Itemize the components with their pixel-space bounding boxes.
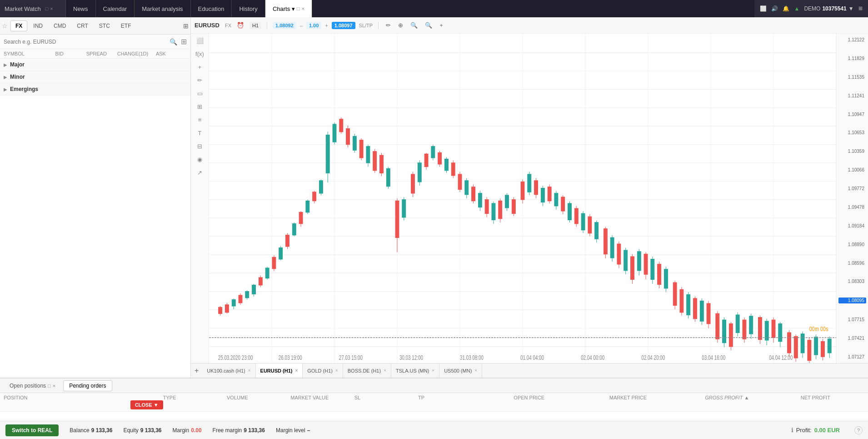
svg-rect-34 (239, 295, 242, 303)
chart-pencil-icon[interactable]: ✏ (384, 21, 393, 30)
tab-calendar[interactable]: Calendar (96, 0, 135, 17)
grid-view-icon[interactable]: ⊞ (183, 22, 189, 30)
svg-rect-180 (743, 320, 746, 339)
tool-plus-icon[interactable]: + (198, 64, 202, 71)
symbol-tab-tsla[interactable]: TSLA.US (MN) × (391, 363, 439, 378)
close-boss-tab-icon[interactable]: × (384, 368, 386, 373)
chart-zoom-in-icon[interactable]: 🔍 (423, 21, 434, 30)
tab-fx[interactable]: FX (10, 20, 27, 31)
svg-rect-134 (581, 213, 585, 230)
close-all-button[interactable]: CLOSE ▼ (130, 400, 163, 409)
svg-rect-80 (395, 201, 399, 238)
svg-rect-160 (673, 283, 677, 305)
chart-canvas-wrapper: ⬜ f(x) + ✏ ▭ ⊞ ≡ T ⊟ ◉ ↗ (191, 34, 868, 363)
hamburger-menu-icon[interactable]: ≡ (858, 5, 863, 13)
tab-market-analysis[interactable]: Market analysis (135, 0, 190, 17)
col-type: TYPE (163, 395, 227, 400)
symbol-tab-boss[interactable]: BOSS.DE (H1) × (343, 363, 391, 378)
tab-ind[interactable]: IND (28, 20, 48, 31)
tab-charts[interactable]: Charts ▾ □ × (265, 0, 312, 17)
symbol-tab-us500[interactable]: US500 (MN) × (439, 363, 482, 378)
emergings-chevron-icon: ▶ (4, 87, 7, 92)
symbol-tab-eurusd[interactable]: EURUSD (H1) × (256, 363, 303, 378)
svg-text:30.03 12:00: 30.03 12:00 (399, 354, 423, 361)
add-chart-tab-button[interactable]: + (191, 367, 202, 375)
positions-close-icon[interactable]: × (53, 383, 55, 389)
col-gross-profit: GROSS PROFIT ▲ (705, 395, 800, 400)
price-scale: 1.12122 1.11829 1.11535 1.11241 1.10947 … (836, 34, 868, 363)
market-watch-minimize-icon[interactable]: □ (45, 6, 49, 11)
symbol-tab-uk100[interactable]: UK100.cash (H1) × (202, 363, 255, 378)
chart-main-area[interactable]: 00m 00s 25.03.2020 23:00 26.03 19:00 27.… (209, 34, 836, 363)
close-gold-tab-icon[interactable]: × (335, 368, 338, 373)
market-watch-close-icon[interactable]: × (50, 6, 53, 11)
svg-rect-78 (386, 169, 390, 187)
svg-rect-176 (729, 324, 733, 347)
price-level-13: 1.08596 (838, 261, 866, 266)
close-us500-tab-icon[interactable]: × (474, 368, 477, 373)
tool-pointer-icon[interactable]: ⬜ (196, 37, 204, 44)
svg-rect-64 (339, 119, 343, 132)
tool-pencil-icon[interactable]: ✏ (197, 77, 202, 84)
tool-measure-icon[interactable]: ⊞ (197, 103, 202, 110)
tool-text-icon[interactable]: T (198, 130, 202, 136)
favorites-star-icon[interactable]: ☆ (2, 22, 8, 30)
minor-chevron-icon: ▶ (4, 75, 7, 80)
close-uk100-tab-icon[interactable]: × (248, 368, 251, 373)
tab-cmd[interactable]: CMD (49, 20, 71, 31)
chart-timeframe[interactable]: H1 (249, 22, 261, 29)
tool-layers-icon[interactable]: ◉ (197, 156, 202, 163)
svg-rect-194 (794, 337, 798, 358)
svg-rect-72 (366, 146, 370, 163)
svg-rect-96 (451, 163, 455, 176)
svg-rect-52 (299, 212, 303, 224)
tab-open-positions[interactable]: Open positions □ × (4, 380, 61, 391)
svg-rect-40 (259, 278, 262, 285)
search-input[interactable] (4, 39, 170, 45)
equity-stat: Equity 9 133,36 (123, 427, 161, 434)
svg-rect-44 (272, 257, 276, 268)
tab-history[interactable]: History (232, 0, 265, 17)
top-navigation: Market Watch □ × News Calendar Market an… (0, 0, 868, 17)
help-icon[interactable]: ? (854, 426, 863, 434)
switch-to-real-button[interactable]: Switch to REAL (5, 424, 59, 436)
sltp-button[interactable]: SL/TP (359, 23, 373, 28)
col-open-price: OPEN PRICE (514, 395, 609, 400)
close-eurusd-tab-icon[interactable]: × (295, 368, 298, 373)
account-mode: DEMO (804, 5, 820, 12)
group-major[interactable]: ▶ Major (0, 59, 190, 71)
svg-rect-136 (588, 217, 592, 233)
positions-minimize-icon[interactable]: □ (48, 383, 51, 389)
group-minor[interactable]: ▶ Minor (0, 71, 190, 83)
svg-rect-88 (424, 154, 428, 167)
close-tsla-tab-icon[interactable]: × (432, 368, 434, 373)
group-emergings[interactable]: ▶ Emergings (0, 83, 190, 96)
charts-close-icon[interactable]: × (301, 6, 304, 11)
tool-levels-icon[interactable]: ⊟ (197, 143, 202, 150)
chart-crosshair-icon[interactable]: ⊕ (396, 21, 405, 30)
svg-rect-152 (644, 254, 648, 275)
tab-stc[interactable]: STC (94, 20, 115, 31)
grid-toggle-icon[interactable]: ⊞ (181, 37, 187, 46)
col-volume: VOLUME (227, 395, 290, 400)
tool-fx-icon[interactable]: f(x) (195, 50, 204, 57)
tab-pending-orders[interactable]: Pending orders (63, 380, 112, 391)
chart-add-icon[interactable]: + (438, 21, 445, 30)
tab-education[interactable]: Education (191, 0, 232, 17)
symbol-tab-gold[interactable]: GOLD (H1) × (303, 363, 343, 378)
tool-filter-icon[interactable]: ≡ (198, 116, 202, 123)
svg-rect-84 (411, 174, 415, 193)
tab-news[interactable]: News (66, 0, 96, 17)
tab-etf[interactable]: ETF (116, 20, 136, 31)
charts-minimize-icon[interactable]: □ (297, 6, 300, 11)
price-level-9: 1.09772 (838, 186, 866, 191)
tool-arrow-icon[interactable]: ↗ (197, 169, 202, 176)
svg-rect-106 (485, 200, 489, 214)
market-table-header: SYMBOL BID SPREAD CHANGE(1D) ASK (0, 49, 190, 59)
account-badge[interactable]: DEMO 10375541 ▼ (804, 5, 853, 12)
toolbar-separator-2 (378, 22, 379, 29)
chart-clock-icon[interactable]: ⏰ (235, 21, 246, 30)
chart-zoom-out-icon[interactable]: 🔍 (409, 21, 419, 30)
tab-crt[interactable]: CRT (72, 20, 93, 31)
tool-rectangle-icon[interactable]: ▭ (197, 90, 203, 97)
